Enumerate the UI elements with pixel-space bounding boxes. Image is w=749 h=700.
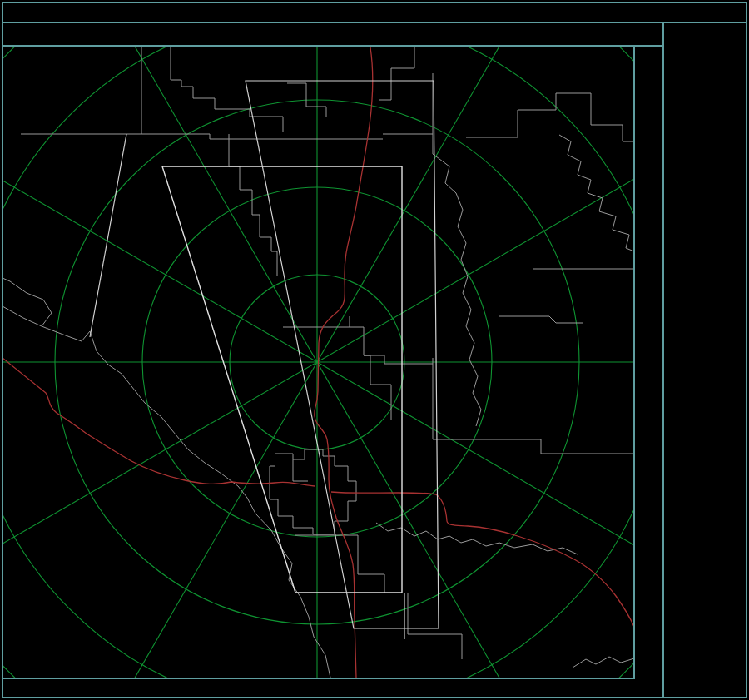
frame-map-bottom: [2, 678, 634, 679]
frame-top: [2, 2, 747, 3]
frame-bottom: [2, 697, 747, 698]
radar-map-canvas[interactable]: [0, 0, 749, 700]
frame-right: [746, 2, 747, 698]
radar-app-window: [0, 0, 749, 700]
frame-panel-divider: [662, 22, 664, 698]
frame-titlebar-bottom: [2, 22, 747, 23]
range-rings: [0, 0, 749, 700]
frame-infobar-bottom: [2, 45, 664, 47]
frame-map-right: [633, 45, 635, 679]
frame-left: [2, 2, 3, 698]
